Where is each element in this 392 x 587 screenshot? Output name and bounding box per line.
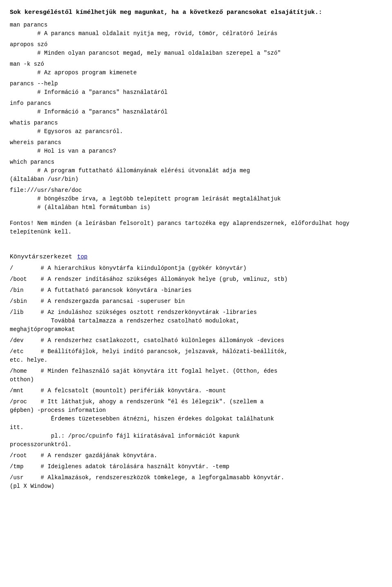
cmd-file-text: file:///usr/share/doc # böngészőbe írva,…: [10, 187, 281, 211]
cmd-help-text: parancs --help # Információ a "parancs" …: [10, 80, 167, 96]
lib-home-text: /home # Minden felhasználó saját könyvtá…: [10, 368, 277, 383]
lib-usr-text: /usr # Alkalmazások, rendszereszközök tö…: [10, 474, 284, 489]
library-entries: / # A hierarchikus könyvtárfa kiindulópo…: [10, 264, 382, 491]
command-whereis: whereis parancs # Hol is van a parancs?: [10, 138, 382, 156]
library-section-title: Könyvtárszerkezet: [10, 253, 72, 262]
cmd-whereis-text: whereis parancs # Hol is van a parancs?: [10, 139, 116, 154]
command-man-k: man -k szó # Az apropos program kimenete: [10, 60, 382, 77]
cmd-man-k-text: man -k szó # Az apropos program kimenete: [10, 61, 137, 76]
lib-root-text: / # A hierarchikus könyvtárfa kiindulópo…: [10, 265, 247, 271]
cmd-man-text: man parancs # A parancs manual oldalait …: [10, 22, 277, 37]
top-link[interactable]: top: [77, 253, 87, 261]
lib-mnt-text: /mnt # A felcsatolt (mountolt) perifériá…: [10, 387, 226, 394]
main-heading: Sok keresgéléstől kímélhetjük meg magunk…: [10, 8, 382, 18]
lib-entry-mnt: /mnt # A felcsatolt (mountolt) perifériá…: [10, 387, 382, 395]
cmd-which-text: which parancs # A program futtatható áll…: [10, 159, 250, 182]
command-whatis: whatis parancs # Egysoros az parancsról.: [10, 119, 382, 136]
lib-sbin-text: /sbin # A rendszergazda parancsai -super…: [10, 298, 185, 305]
important-note: Fontos! Nem minden (a leírásban felsorol…: [10, 219, 382, 236]
lib-entry-etc: /etc # Beállítófájlok, helyi indító para…: [10, 347, 382, 365]
lib-proc-text: /proc # Itt láthatjuk, ahogy a rendszerü…: [10, 398, 274, 448]
commands-list: man parancs # A parancs manual oldalait …: [10, 21, 382, 212]
lib-lib-text: /lib # Az induláshoz szükséges osztott r…: [10, 309, 257, 333]
lib-entry-usr: /usr # Alkalmazások, rendszereszközök tö…: [10, 474, 382, 491]
lib-root-dir-text: /root # A rendszer gazdájának könyvtára.: [10, 452, 157, 459]
lib-entry-dev: /dev # A rendszerhez csatlakozott, csato…: [10, 336, 382, 345]
command-info: info parancs # Információ a "parancs" ha…: [10, 99, 382, 116]
lib-bin-text: /bin # A futtatható parancsok könyvtára …: [10, 287, 192, 294]
lib-entry-tmp: /tmp # Ideiglenes adatok tárolására hasz…: [10, 462, 382, 471]
lib-entry-boot: /boot # A rendszer indításához szükséges…: [10, 275, 382, 284]
lib-boot-text: /boot # A rendszer indításához szükséges…: [10, 276, 288, 282]
cmd-info-text: info parancs # Információ a "parancs" ha…: [10, 100, 167, 115]
lib-entry-sbin: /sbin # A rendszergazda parancsai -super…: [10, 297, 382, 306]
command-man: man parancs # A parancs manual oldalait …: [10, 21, 382, 38]
lib-entry-root: /root # A rendszer gazdájának könyvtára.: [10, 451, 382, 460]
command-file: file:///usr/share/doc # böngészőbe írva,…: [10, 186, 382, 212]
lib-entry-home: /home # Minden felhasználó saját könyvtá…: [10, 367, 382, 384]
command-parancs-help: parancs --help # Információ a "parancs" …: [10, 80, 382, 97]
cmd-whatis-text: whatis parancs # Egysoros az parancsról.: [10, 120, 123, 135]
lib-etc-text: /etc # Beállítófájlok, helyi indító para…: [10, 348, 288, 363]
cmd-apropos-text: apropos szó # Minden olyan parancsot meg…: [10, 41, 281, 56]
lib-entry-bin: /bin # A futtatható parancsok könyvtára …: [10, 286, 382, 295]
command-apropos: apropos szó # Minden olyan parancsot meg…: [10, 40, 382, 58]
lib-entry-root: / # A hierarchikus könyvtárfa kiindulópo…: [10, 264, 382, 273]
lib-tmp-text: /tmp # Ideiglenes adatok tárolására hasz…: [10, 463, 229, 470]
main-content: Sok keresgéléstől kímélhetjük meg magunk…: [10, 8, 382, 491]
lib-entry-proc: /proc # Itt láthatjuk, ahogy a rendszerü…: [10, 398, 382, 449]
important-note-text: Fontos! Nem minden (a leírásban felsorol…: [10, 220, 353, 235]
library-section-header: Könyvtárszerkezet top: [10, 253, 382, 262]
command-which: which parancs # A program futtatható áll…: [10, 158, 382, 184]
lib-dev-text: /dev # A rendszerhez csatlakozott, csato…: [10, 337, 284, 344]
lib-entry-lib: /lib # Az induláshoz szükséges osztott r…: [10, 308, 382, 334]
